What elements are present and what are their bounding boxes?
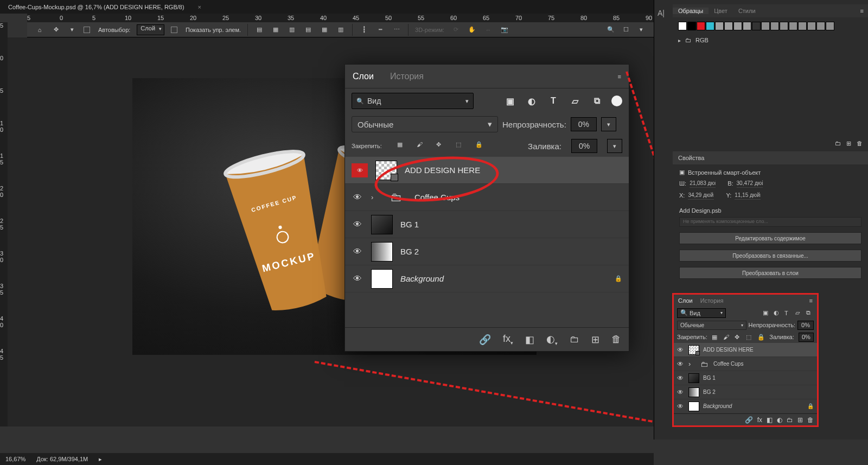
swatch[interactable] — [807, 22, 816, 30]
autoselect-checkbox[interactable] — [84, 27, 90, 33]
layer-thumbnail[interactable] — [688, 387, 699, 397]
filter-adjust-icon[interactable]: ◐ — [525, 94, 539, 108]
layer-name[interactable]: BG 1 — [400, 220, 419, 229]
layer-name[interactable]: ADD DESIGN HERE — [703, 347, 754, 353]
layer-name[interactable]: BG 2 — [703, 389, 716, 395]
styles-tab[interactable]: Стили — [733, 8, 761, 14]
lock-paint-icon[interactable]: 🖌 — [723, 334, 730, 340]
lock-transparency-icon[interactable]: ▦ — [397, 141, 407, 151]
layer-thumbnail[interactable] — [688, 402, 699, 411]
filter-smart-icon[interactable]: ⧉ — [590, 94, 604, 108]
history-tab[interactable]: История — [390, 72, 424, 81]
swatch[interactable] — [743, 22, 751, 30]
edit-contents-button[interactable]: Редактировать содержимое — [679, 232, 861, 244]
layer-name[interactable]: Background — [400, 274, 444, 283]
layer-name[interactable]: Coffee Cups — [414, 193, 459, 202]
swatch[interactable] — [678, 22, 687, 30]
new-layer-icon[interactable]: ⊞ — [797, 416, 803, 424]
convert-layers-button[interactable]: Преобразовать в слои — [679, 267, 861, 279]
status-arrow-icon[interactable]: ▸ — [99, 456, 102, 463]
layer-row[interactable]: 👁BG 2 — [345, 238, 629, 265]
convert-linked-button[interactable]: Преобразовать в связанные... — [679, 250, 861, 262]
lock-position-icon[interactable]: ✥ — [735, 334, 742, 341]
height-input[interactable] — [737, 179, 763, 188]
layer-type-dropdown[interactable]: Слой — [137, 24, 164, 35]
x-input[interactable] — [688, 191, 714, 200]
layers-tab[interactable]: Слои — [678, 297, 693, 304]
lock-position-icon[interactable]: ✥ — [436, 141, 446, 151]
layer-row[interactable]: 👁ADD DESIGN HERE — [674, 343, 817, 357]
more-icon[interactable]: ⋯ — [392, 25, 401, 35]
layer-name[interactable]: BG 2 — [400, 247, 419, 256]
lock-icon[interactable]: 🔒 — [807, 403, 814, 409]
layer-row[interactable]: 👁ADD DESIGN HERE — [345, 157, 629, 184]
filter-text-icon[interactable]: T — [546, 94, 560, 108]
chevron-down-icon[interactable]: ▾ — [67, 25, 77, 35]
opacity-value[interactable]: 0% — [797, 321, 814, 330]
y-input[interactable] — [735, 191, 761, 200]
visibility-icon[interactable]: 👁 — [677, 388, 685, 396]
lock-artboard-icon[interactable]: ⬚ — [746, 334, 753, 341]
layer-name[interactable]: BG 1 — [703, 375, 716, 381]
layer-thumbnail[interactable] — [688, 345, 699, 355]
distribute-h-icon[interactable]: ┇ — [359, 25, 369, 35]
swatch[interactable] — [761, 22, 770, 30]
layer-row[interactable]: 👁BG 1 — [345, 211, 629, 238]
align-top-icon[interactable]: ▤ — [303, 25, 313, 35]
layer-row[interactable]: 👁Background🔒 — [345, 265, 629, 292]
visibility-icon[interactable]: 👁 — [352, 163, 368, 177]
align-right-icon[interactable]: ▥ — [287, 25, 297, 35]
layer-thumbnail[interactable] — [688, 373, 699, 383]
filter-pixel-icon[interactable]: ▣ — [763, 309, 770, 316]
panel-menu-icon[interactable]: ≡ — [860, 8, 868, 14]
lock-artboard-icon[interactable]: ⬚ — [456, 141, 465, 151]
fill-value[interactable]: 0% — [571, 139, 597, 153]
swatch[interactable] — [724, 22, 733, 30]
visibility-icon[interactable]: 👁 — [677, 346, 685, 354]
opacity-value[interactable]: 0% — [571, 117, 597, 131]
zoom-level[interactable]: 16,67% — [5, 456, 25, 462]
opacity-dropdown-icon[interactable]: ▾ — [601, 117, 616, 131]
panel-menu-icon[interactable]: ≡ — [618, 73, 621, 80]
group-icon[interactable]: 🗀 — [787, 416, 793, 424]
fill-value[interactable]: 0% — [799, 333, 814, 342]
show-transform-checkbox[interactable] — [171, 27, 177, 33]
panel-menu-icon[interactable]: ≡ — [809, 297, 813, 304]
width-input[interactable] — [690, 179, 716, 188]
adjustment-layer-icon[interactable]: ◐ — [777, 416, 782, 424]
fill-dropdown-icon[interactable]: ▾ — [607, 139, 622, 153]
group-icon[interactable]: 🗀 — [570, 334, 579, 345]
layer-mask-icon[interactable]: ◧ — [767, 416, 773, 424]
align-center-h-icon[interactable]: ▦ — [271, 25, 280, 35]
layer-search-input[interactable] — [367, 97, 462, 105]
visibility-icon[interactable]: 👁 — [677, 403, 685, 410]
swatch[interactable] — [770, 22, 779, 30]
layer-thumbnail[interactable] — [375, 161, 397, 180]
swatch[interactable] — [816, 22, 825, 30]
swatch[interactable] — [789, 22, 797, 30]
swatch[interactable] — [687, 22, 696, 30]
layer-name[interactable]: Background — [703, 403, 732, 409]
visibility-icon[interactable]: 👁 — [677, 374, 685, 382]
lock-icon[interactable]: 🔒 — [615, 275, 622, 282]
filter-shape-icon[interactable]: ▱ — [568, 94, 582, 108]
document-tab[interactable]: Coffee-Cups-Mockup.psd @ 16,7% (ADD DESI… — [0, 4, 193, 10]
filter-shape-icon[interactable]: ▱ — [795, 309, 803, 316]
swatch[interactable] — [798, 22, 807, 30]
filter-toggle[interactable] — [611, 95, 622, 106]
delete-swatch-icon[interactable]: 🗑 — [857, 140, 863, 147]
align-center-v-icon[interactable]: ▦ — [320, 25, 329, 35]
adjustment-layer-icon[interactable]: ◐▾ — [546, 333, 558, 346]
trash-icon[interactable]: 🗑 — [611, 334, 621, 345]
layer-thumbnail[interactable] — [371, 269, 393, 289]
layer-thumbnail[interactable] — [371, 242, 393, 262]
layer-filter-dropdown[interactable]: 🔍Вид — [677, 308, 726, 318]
filter-adjust-icon[interactable]: ◐ — [774, 309, 781, 316]
move-tool-icon[interactable]: ✥ — [51, 25, 61, 35]
distribute-v-icon[interactable]: ┅ — [375, 25, 385, 35]
layer-row[interactable]: 👁BG 2 — [674, 385, 817, 399]
swatch[interactable] — [706, 22, 714, 30]
layer-mask-icon[interactable]: ◧ — [525, 334, 534, 346]
history-tab[interactable]: История — [700, 297, 724, 304]
blend-mode-dropdown[interactable]: Обычные — [352, 116, 498, 132]
